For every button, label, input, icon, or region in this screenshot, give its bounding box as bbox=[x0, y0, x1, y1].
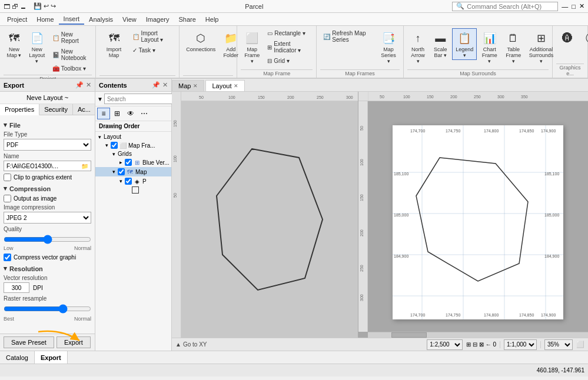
file-type-select[interactable]: PDF PNG JPEG TIFF SVG bbox=[4, 139, 91, 151]
tree-expand-bluever[interactable]: ▸ bbox=[118, 159, 124, 165]
contents-toolbar: ≡ ⊞ 👁 ⋯ bbox=[95, 106, 171, 121]
grid-button[interactable]: ⊟ Grid ▾ bbox=[264, 56, 313, 66]
menu-insert[interactable]: Insert bbox=[59, 14, 85, 25]
tab-properties[interactable]: Properties bbox=[0, 104, 39, 115]
menu-project[interactable]: Project bbox=[2, 15, 32, 24]
source-btn[interactable]: ⊞ bbox=[111, 108, 124, 119]
graphics-btn-a[interactable]: 🅐 bbox=[556, 28, 579, 48]
menu-help[interactable]: Help bbox=[201, 15, 224, 24]
name-input-display[interactable]: F:\Ali\GEO14300\Parce 📁 bbox=[4, 161, 91, 171]
tab-ac[interactable]: Ac... bbox=[73, 104, 95, 115]
task-button[interactable]: ✓ Task ▾ bbox=[129, 45, 176, 55]
max-icon[interactable]: □ bbox=[572, 3, 576, 10]
menu-view[interactable]: View bbox=[118, 15, 141, 24]
tree-item-grids[interactable]: ▾ Grids bbox=[95, 150, 171, 158]
rectangle-icon: ▭ bbox=[267, 30, 273, 36]
layout-scrollbar-h[interactable] bbox=[368, 332, 588, 338]
tree-expand-p[interactable]: ▾ bbox=[118, 178, 124, 184]
image-compression-select[interactable]: JPEG 2 None LZW bbox=[4, 212, 91, 224]
tab-map[interactable]: Map ✕ bbox=[172, 80, 204, 91]
layout-ruler-left: 50 100 150 200 250 300 bbox=[358, 101, 368, 332]
map-frame-button[interactable]: ⬜ MapFrame ▾ bbox=[241, 28, 263, 66]
legend-button[interactable]: 📋 Legend ▾ bbox=[452, 28, 477, 60]
tree-expand-grids[interactable]: ▾ bbox=[111, 151, 117, 157]
tree-item-square[interactable] bbox=[95, 186, 171, 194]
new-report-button[interactable]: 📋 New Report bbox=[49, 29, 92, 46]
raster-slider[interactable] bbox=[4, 304, 91, 314]
tree-expand-mapframe[interactable]: ▾ bbox=[104, 142, 109, 148]
goto-xy-btn[interactable]: ▲ Go to XY bbox=[175, 341, 207, 348]
additional-surrounds-button[interactable]: ⊞ AdditionalSurrounds ▾ bbox=[526, 28, 557, 66]
command-search-input[interactable] bbox=[467, 3, 549, 10]
resolution-section-header[interactable]: ▾ Resolution bbox=[4, 265, 91, 272]
view-icon[interactable]: ⬜ bbox=[576, 341, 584, 348]
min-icon[interactable]: — bbox=[562, 3, 568, 10]
scale-bar-button[interactable]: ▬ ScaleBar ▾ bbox=[430, 28, 451, 60]
menu-share[interactable]: Share bbox=[174, 15, 200, 24]
menu-analysis[interactable]: Analysis bbox=[84, 15, 118, 24]
contents-pin-icon[interactable]: 📌 bbox=[152, 81, 160, 89]
close-icon[interactable]: ✕ bbox=[579, 2, 584, 10]
panel-pin-icon[interactable]: 📌 bbox=[75, 81, 84, 89]
north-arrow-button[interactable]: ↑ NorthArrow ▾ bbox=[407, 28, 428, 66]
export-panel-body: ▾ File File Type PDF PNG JPEG TIFF SVG N… bbox=[0, 115, 95, 334]
export-tabs: Properties Security Ac... ... bbox=[0, 104, 95, 115]
menu-home[interactable]: Home bbox=[32, 15, 58, 24]
export-button[interactable]: Export bbox=[57, 336, 91, 348]
layout-tab-close[interactable]: ✕ bbox=[234, 83, 238, 89]
new-map-button[interactable]: 🗺 NewMap ▾ bbox=[4, 28, 25, 60]
ribbon-group-map-frame: ⬜ MapFrame ▾ ▭ Rectangle ▾ ⊞ Extent Indi… bbox=[237, 26, 317, 78]
file-section-header[interactable]: ▾ File bbox=[4, 121, 91, 129]
menu-imagery[interactable]: Imagery bbox=[141, 15, 174, 24]
tree-check-map[interactable] bbox=[118, 168, 125, 175]
panel-close-icon[interactable]: ✕ bbox=[86, 81, 91, 89]
visibility-btn[interactable]: 👁 bbox=[124, 108, 137, 119]
tree-item-bluever[interactable]: ▸ ⊞ Blue Ver... bbox=[95, 158, 171, 167]
more-btn[interactable]: ⋯ bbox=[138, 108, 151, 119]
extent-indicator-button[interactable]: ⊞ Extent Indicator ▾ bbox=[264, 39, 313, 55]
graphics-icon-a: 🅐 bbox=[559, 30, 576, 46]
tab-layout[interactable]: Layout ✕ bbox=[205, 80, 245, 91]
layout-scale-select[interactable]: 1:1,000 bbox=[504, 339, 537, 350]
browse-icon[interactable]: 📁 bbox=[81, 163, 88, 169]
graphics-btn-b[interactable]: Ⓐ bbox=[580, 28, 588, 48]
tree-expand-layout[interactable]: ▾ bbox=[97, 134, 102, 140]
rectangle-button[interactable]: ▭ Rectangle ▾ bbox=[264, 28, 313, 38]
table-frame-button[interactable]: 🗒 TableFrame ▾ bbox=[502, 28, 525, 66]
bottom-tab-catalog[interactable]: Catalog bbox=[0, 351, 35, 364]
drawing-order-btn[interactable]: ≡ bbox=[97, 108, 110, 119]
map-series-button[interactable]: 📑 MapSeries ▾ bbox=[377, 28, 400, 66]
import-map-button[interactable]: 🗺 Import Map bbox=[99, 28, 128, 60]
quality-slider[interactable] bbox=[4, 235, 91, 244]
task-label: Task ▾ bbox=[139, 47, 155, 54]
chart-frame-button[interactable]: 📊 ChartFrame ▾ bbox=[478, 28, 501, 66]
map-tab-close[interactable]: ✕ bbox=[193, 83, 198, 89]
command-search-box[interactable]: 🔍 bbox=[452, 2, 558, 11]
refresh-map-series-button[interactable]: 🔄 Refresh Map Series bbox=[320, 28, 376, 45]
compression-section-header[interactable]: ▾ Compression bbox=[4, 185, 91, 192]
vector-resolution-input[interactable]: 300 bbox=[4, 282, 29, 293]
bottom-tab-export[interactable]: Export bbox=[35, 351, 68, 364]
output-image-checkbox[interactable] bbox=[4, 195, 11, 202]
name-row: Name F:\Ali\GEO14300\Parce 📁 bbox=[4, 153, 91, 171]
compress-vectors-checkbox[interactable] bbox=[4, 254, 11, 261]
new-layout-button[interactable]: 📄 NewLayout ▾ bbox=[26, 28, 48, 66]
tree-item-p[interactable]: ▾ ◈ P bbox=[95, 176, 171, 186]
toolbox-button[interactable]: 🧰 Toolbox ▾ bbox=[49, 64, 92, 74]
contents-close-icon[interactable]: ✕ bbox=[162, 81, 168, 89]
tab-security[interactable]: Security bbox=[39, 104, 73, 115]
import-layout-button[interactable]: 📋 Import Layout ▾ bbox=[129, 28, 176, 45]
map-scale-select[interactable]: 1:2,500 1:5,000 1:10,000 bbox=[427, 339, 463, 350]
tree-expand-map[interactable]: ▾ bbox=[111, 169, 117, 175]
zoom-select[interactable]: 35% 50% 100% bbox=[544, 339, 573, 350]
save-preset-button[interactable]: Save Preset bbox=[4, 336, 54, 348]
clip-checkbox[interactable] bbox=[4, 174, 11, 181]
tree-item-map[interactable]: ▾ 🗺 Map bbox=[95, 167, 171, 176]
tree-check-p[interactable] bbox=[125, 178, 132, 185]
tree-item-layout[interactable]: ▾ Layout bbox=[95, 133, 171, 141]
tree-check-mapframe[interactable] bbox=[111, 142, 118, 149]
new-notebook-button[interactable]: 📓 New Notebook bbox=[49, 46, 92, 63]
tree-check-bluever[interactable] bbox=[125, 159, 132, 166]
tree-item-mapframe[interactable]: ▾ ⬜ Map Fra... bbox=[95, 141, 171, 150]
connections-button[interactable]: ⬡ Connections bbox=[183, 28, 218, 54]
